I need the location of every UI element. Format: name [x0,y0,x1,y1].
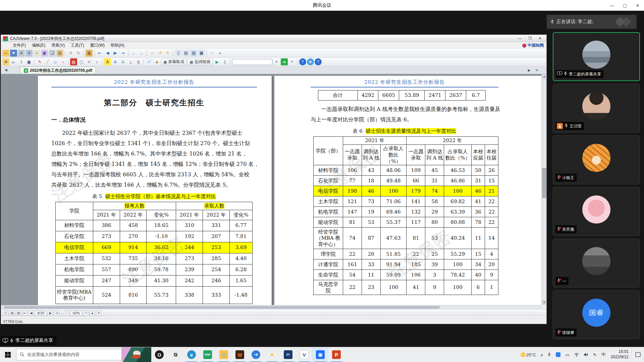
word-link-button[interactable]: ▣划词链接 [187,59,213,65]
link-icon[interactable]: § [135,58,142,65]
about-icon[interactable]: ? [315,58,322,65]
layout-book-icon[interactable]: ▦ [198,50,205,57]
app-pdf-reader[interactable]: PDF [200,347,216,362]
zoom-out-icon[interactable]: − [209,50,216,57]
view-single-icon[interactable]: ▯ [3,310,8,316]
paste-icon[interactable]: ▤ [56,50,63,57]
gear-icon[interactable]: ✳ [86,58,93,65]
layout-single-icon[interactable]: ▯ [175,50,182,57]
minimize-icon[interactable]: — [606,0,619,11]
page-indicator[interactable]: 8/20 [35,310,47,316]
pencil-icon[interactable]: ✎ [36,58,43,65]
ellipse-icon[interactable]: ○ [59,58,66,65]
close-icon[interactable]: ✕ [631,0,644,11]
participant-tile[interactable]: 李二超的屏幕共享 [553,32,640,81]
app-matlab[interactable]: M [232,347,248,362]
participant-tile[interactable]: 吴奕衡 [553,187,640,236]
tray-mic-icon[interactable] [545,347,553,362]
app-browser-circle[interactable]: O [151,347,167,362]
tray-network-icon[interactable] [572,347,581,362]
caj-minimize-icon[interactable]: — [515,35,525,42]
app-zy[interactable]: ZY [280,347,296,362]
participant-tile[interactable]: 小狼王 [553,135,640,184]
share-tool-icon[interactable]: ◈ [153,58,160,65]
menu-item[interactable]: 文件(F) [10,42,29,48]
zoom-indicator[interactable]: 93% [70,310,82,316]
anchor-icon[interactable]: ↨ [127,58,134,65]
participant-tile[interactable]: --- [553,239,640,288]
sound-note-icon[interactable]: ♪ [93,58,100,65]
help-icon[interactable]: ? [299,58,306,65]
tab-scroll-left-icon[interactable]: ◀ [2,66,9,73]
app-edge[interactable]: e [183,347,200,362]
font-color-icon[interactable]: A [112,58,119,65]
menu-item[interactable]: 窗口(W) [87,42,108,48]
caj-close-icon[interactable]: ✕ [535,35,545,42]
first-page-icon[interactable]: ⇤ [96,50,103,57]
tab-scroll-right-icon[interactable]: ▶ [526,67,533,74]
highlight-text-icon[interactable]: A [104,58,111,65]
zoom-in-icon[interactable]: ＋ [216,50,223,57]
search-dropdown-icon[interactable]: ▾ [273,58,280,65]
rect-icon[interactable]: □ [52,58,59,65]
check-tool-icon[interactable]: ✓ [146,58,153,65]
underline-text-icon[interactable]: A [119,58,126,65]
participant-tile[interactable]: 国睿徐国睿 [553,290,640,339]
document-canvas[interactable]: 注意保密 注意保密 2022 年研究生招生工作分析报告 第二部分 硕士研究生招生… [1,74,547,305]
preview-icon[interactable]: ⌕ [33,50,40,57]
caj-maximize-icon[interactable]: ❐ [525,35,535,42]
layout-continuous-icon[interactable]: ▤ [182,50,190,57]
menu-item[interactable]: 编辑(E) [29,42,48,48]
screen-ocr-button[interactable]: ▣屏幕取词 [161,59,186,65]
search-highlight-image[interactable] [122,347,151,362]
go-dropdown-icon[interactable]: ▾ [288,58,296,65]
tray-app-blue-icon[interactable] [553,347,563,362]
properties-icon[interactable]: ▦ [86,50,93,57]
vertical-scroll-thumb[interactable] [542,168,546,198]
app-office-v[interactable]: V [296,347,312,362]
print-setup-icon[interactable]: ≡ [25,50,33,57]
tray-pen-icon[interactable]: ✎ [591,347,599,362]
attach-icon[interactable]: ▢ [78,58,85,65]
back-icon[interactable]: ← [130,50,137,57]
stamp-icon[interactable]: ▣ [41,50,48,57]
prev-page-icon[interactable]: ◀ [29,310,34,316]
open-icon[interactable]: ▱ [2,50,9,57]
view-continuous-icon[interactable]: ▤ [9,310,15,316]
notification-center-icon[interactable] [631,347,644,362]
rotate-right-icon[interactable]: ↻ [164,50,171,57]
participant-tile[interactable]: 王洁莹 [553,84,640,133]
weather-indicator[interactable]: 25°C [518,347,538,362]
app-tencent-meeting[interactable]: ▣ [312,347,328,362]
app-powerpoint[interactable]: P [328,347,344,362]
scroll-up-icon[interactable]: ▲ [542,74,547,79]
share-overlay[interactable]: 李二超的屏幕共享 [1,336,56,345]
prev-page-icon[interactable]: ◀ [104,50,111,57]
tray-volume-icon[interactable] [581,347,591,362]
forward-icon[interactable]: → [138,50,145,57]
scroll-down-icon[interactable]: ▼ [542,300,547,305]
snapshot-icon[interactable]: ▣ [25,58,33,65]
select-tool-icon[interactable]: ▻ [10,58,17,65]
text-select-icon[interactable]: I [18,58,25,65]
taskbar-clock[interactable]: 15:01 2022/9/12 [608,349,631,360]
last-page-icon[interactable]: ⇥ [119,50,126,57]
next-page-icon[interactable]: ▶ [112,50,119,57]
go-button[interactable]: ➔ [281,58,288,65]
cajviewer-titlebar[interactable]: CAJViewer 7.3 - [2022年招生工作总结20220705.pdf… [1,35,546,42]
taskbar-search-input[interactable]: 在这里输入你要搜索的内容 [16,349,122,360]
hand-tool-icon[interactable]: ✥ [2,58,9,65]
app-task-view[interactable]: ⧉ [167,347,183,362]
vertical-scrollbar[interactable]: ▲ ▼ [541,74,546,305]
ime-indicator[interactable]: 中 [599,347,608,362]
line-icon[interactable]: ╱ [44,58,51,65]
menu-item[interactable]: 帮助(H) [108,42,127,48]
menu-item[interactable]: 工具(T) [68,42,87,48]
horizontal-scrollbar[interactable] [1,305,542,309]
play-icon[interactable]: ▶ [214,58,221,65]
maximize-icon[interactable]: ▢ [619,0,631,11]
tab-close-icon[interactable]: ✕ [533,67,540,74]
horizontal-scroll-thumb[interactable] [4,306,440,309]
redo-icon[interactable]: ↻ [75,50,82,57]
download-help-icon[interactable]: ▼ [307,58,314,65]
